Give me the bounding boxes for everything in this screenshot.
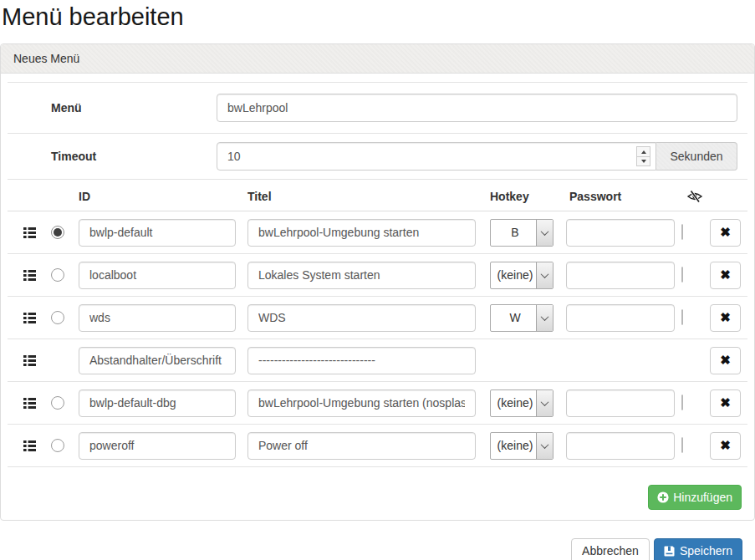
menu-rows: B ✖ (keine) ✖ [8,211,747,467]
menu-entry-row: W ✖ [8,297,747,339]
remove-x-icon: ✖ [720,438,731,453]
delete-entry-button[interactable]: ✖ [710,219,741,247]
drag-handle-icon[interactable] [23,313,48,323]
drag-handle-icon[interactable] [23,440,48,451]
entry-password-input[interactable] [566,219,675,247]
timeout-input[interactable] [217,142,656,171]
chevron-down-icon [536,220,553,246]
delete-entry-button[interactable]: ✖ [710,389,741,417]
column-header-id: ID [79,190,243,203]
save-button[interactable]: Speichern [654,538,742,560]
default-entry-radio[interactable] [51,396,64,410]
menu-form-row: Menü [8,83,747,134]
menu-entry-row: (keine) ✖ [8,425,747,467]
chevron-down-icon [536,433,553,459]
chevron-down-icon [536,390,553,416]
drag-handle-icon[interactable] [23,270,48,281]
menu-entry-row: ✖ [8,339,747,382]
menu-entry-row: (keine) ✖ [8,382,747,425]
remove-x-icon: ✖ [720,353,731,368]
drag-handle-icon[interactable] [23,355,48,366]
remove-x-icon: ✖ [720,310,731,325]
timeout-unit-addon: Sekunden [656,142,737,171]
password-visible-checkbox[interactable] [681,309,683,325]
hotkey-selected-value: B [491,220,536,246]
hotkey-selected-value: W [491,305,536,331]
default-entry-radio[interactable] [51,226,64,239]
entry-titel-input[interactable] [247,347,476,374]
menu-label: Menü [8,101,217,115]
entry-id-input[interactable] [79,304,236,332]
plus-circle-icon [657,491,669,503]
delete-entry-button[interactable]: ✖ [710,347,741,374]
delete-entry-button[interactable]: ✖ [710,262,741,289]
panel-body: Menü Timeout Sekunden [1,74,754,520]
entry-titel-input[interactable] [247,304,476,332]
save-label: Speichern [680,544,732,557]
drag-handle-icon[interactable] [23,398,48,409]
page-title: Menü bearbeiten [2,3,755,31]
password-visible-checkbox[interactable] [681,437,683,453]
number-spinner[interactable] [636,146,650,166]
remove-x-icon: ✖ [720,395,731,410]
entry-id-input[interactable] [79,432,236,460]
menu-edit-panel: Neues Menü Menü Timeout [0,43,755,521]
chevron-down-icon [536,305,553,331]
menu-entry-row: (keine) ✖ [8,254,747,297]
hotkey-selected-value: (keine) [491,262,536,288]
remove-x-icon: ✖ [720,225,731,240]
entry-id-input[interactable] [79,219,236,247]
chevron-down-icon [536,262,553,288]
password-visible-checkbox[interactable] [681,224,683,240]
entry-id-input[interactable] [79,389,236,417]
delete-entry-button[interactable]: ✖ [710,432,741,460]
menu-name-input[interactable] [217,94,737,122]
timeout-label: Timeout [8,150,217,163]
delete-entry-button[interactable]: ✖ [710,304,741,332]
add-entry-label: Hinzufügen [673,491,732,504]
entry-password-input[interactable] [566,432,675,460]
entry-titel-input[interactable] [247,389,476,417]
default-entry-radio[interactable] [51,439,64,452]
spinner-up-icon[interactable] [637,147,650,156]
column-header-titel: Titel [247,190,484,203]
remove-x-icon: ✖ [720,267,731,283]
drag-handle-icon[interactable] [23,227,48,238]
hotkey-selected-value: (keine) [491,433,536,459]
entry-id-input[interactable] [79,262,236,289]
entry-titel-input[interactable] [247,432,476,460]
entry-titel-input[interactable] [247,219,476,247]
timeout-form-row: Timeout Sekunden [8,134,747,180]
menu-entry-row: B ✖ [8,211,747,254]
cancel-button[interactable]: Abbrechen [571,538,650,560]
cancel-label: Abbrechen [582,544,639,557]
entry-password-input[interactable] [566,304,675,332]
entry-password-input[interactable] [566,262,675,289]
column-header-hotkey: Hotkey [490,190,563,203]
menu-table-header: ID Titel Hotkey Passwort [8,180,747,211]
hotkey-select[interactable]: W [490,304,553,332]
default-entry-radio[interactable] [51,268,64,282]
password-visible-checkbox[interactable] [681,267,683,283]
column-header-passwort: Passwort [569,190,680,203]
panel-header: Neues Menü [1,44,754,74]
hotkey-select[interactable]: (keine) [490,432,553,460]
spinner-down-icon[interactable] [637,156,650,166]
hotkey-select[interactable]: B [490,219,553,247]
password-visible-checkbox[interactable] [681,395,683,410]
entry-titel-input[interactable] [247,262,476,289]
add-entry-button[interactable]: Hinzufügen [648,485,742,510]
eye-slash-icon [686,190,703,203]
entry-id-input[interactable] [79,347,236,374]
entry-password-input[interactable] [566,389,675,417]
floppy-disk-icon [664,546,675,557]
hotkey-select[interactable]: (keine) [490,262,553,289]
default-entry-radio[interactable] [51,311,64,324]
hotkey-selected-value: (keine) [491,390,536,416]
hotkey-select[interactable]: (keine) [490,389,553,417]
